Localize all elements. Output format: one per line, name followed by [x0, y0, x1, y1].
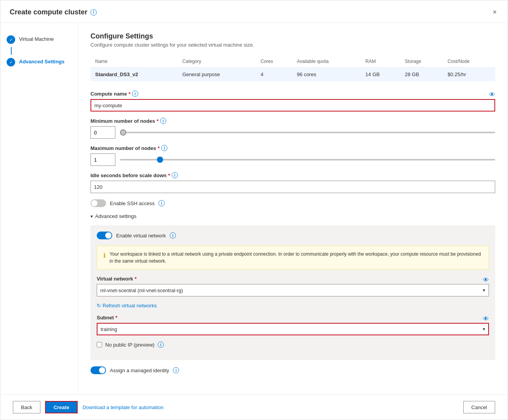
sidebar-item-advanced-settings[interactable]: ✓ Advanced Settings [7, 55, 71, 70]
vnet-toggle[interactable] [97, 232, 112, 239]
cell-storage: 28 GB [400, 68, 443, 82]
max-nodes-info-icon[interactable]: i [161, 145, 167, 151]
required-marker-vnet: * [135, 276, 137, 282]
no-public-ip-row: No public IP (preview) i [97, 342, 489, 348]
ssh-toggle-track[interactable] [90, 199, 106, 207]
modal-title-info-icon[interactable]: i [90, 9, 97, 16]
col-quota: Available quota [292, 56, 361, 68]
col-category: Category [177, 56, 256, 68]
cell-cores: 4 [256, 68, 292, 82]
ssh-toggle[interactable] [90, 199, 106, 207]
max-nodes-input[interactable] [90, 153, 115, 166]
min-nodes-slider-row [90, 126, 495, 139]
max-nodes-slider-row [90, 153, 495, 166]
ssh-toggle-label: Enable SSH access [110, 200, 155, 206]
section-title: Configure Settings [90, 32, 495, 40]
compute-name-eye-icon[interactable]: 👁 [489, 91, 495, 98]
required-marker-max: * [158, 145, 160, 151]
chevron-down-icon: ▾ [90, 214, 93, 219]
modal-footer: Back Create Download a template for auto… [0, 394, 508, 420]
managed-identity-info-icon[interactable]: i [173, 367, 179, 373]
sidebar-item-virtual-machine[interactable]: ✓ Virtual Machine [7, 32, 71, 47]
max-nodes-field-group: Maximum number of nodes * i [90, 145, 495, 166]
warning-icon: ℹ [103, 251, 106, 265]
modal-body: ✓ Virtual Machine ✓ Advanced Settings Co… [0, 23, 508, 394]
subnet-label-row: Subnet * 👁 [97, 315, 489, 323]
idle-seconds-input[interactable] [90, 181, 495, 193]
warning-box: ℹ Your workspace is linked to a virtual … [97, 246, 489, 270]
ssh-info-icon[interactable]: i [158, 200, 165, 206]
col-cost: Cost/Node [443, 56, 495, 68]
vnet-dropdown[interactable]: ml-vnet-scentral (ml-vnet-scentral-rg) [97, 284, 489, 296]
min-nodes-label: Minimum number of nodes * i [90, 118, 495, 124]
required-marker-idle: * [168, 173, 170, 178]
max-nodes-label: Maximum number of nodes * i [90, 145, 495, 151]
advanced-settings-toggle[interactable]: ▾ Advanced settings [90, 213, 495, 219]
required-marker-min: * [157, 118, 158, 124]
no-public-ip-checkbox[interactable] [97, 342, 102, 347]
vnet-info-icon[interactable]: i [170, 232, 176, 239]
min-nodes-field-group: Minimum number of nodes * i [90, 118, 495, 139]
required-marker-subnet: * [115, 315, 117, 321]
cell-quota: 96 cores [292, 68, 361, 82]
close-button[interactable]: × [491, 7, 498, 18]
compute-name-input[interactable] [90, 99, 495, 112]
subnet-dropdown[interactable]: training [97, 323, 489, 335]
modal-title-area: Create compute cluster i [10, 8, 97, 16]
subnet-label: Subnet * [97, 315, 117, 321]
step-connector [11, 47, 12, 55]
managed-identity-label: Assign a managed identity [110, 368, 169, 373]
required-marker: * [129, 91, 130, 97]
idle-info-icon[interactable]: i [172, 172, 178, 178]
subnet-eye-icon[interactable]: 👁 [483, 315, 489, 322]
vnet-label-row: Virtual network * 👁 [97, 276, 489, 284]
vnet-dropdown-wrapper: ml-vnet-scentral (ml-vnet-scentral-rg) ▾ [97, 284, 489, 296]
col-storage: Storage [400, 56, 443, 68]
cell-name: Standard_DS3_v2 [90, 68, 177, 82]
main-content: Configure Settings Configure compute clu… [78, 23, 508, 394]
compute-name-label-row: Compute name * i 👁 [90, 91, 495, 99]
automation-link[interactable]: Download a template for automation [82, 404, 164, 410]
sidebar-label-virtual-machine: Virtual Machine [19, 35, 54, 42]
managed-identity-toggle[interactable] [90, 366, 106, 374]
compute-name-label: Compute name * i [90, 91, 138, 97]
compute-name-field-group: Compute name * i 👁 [90, 91, 495, 112]
advanced-settings-label: Advanced settings [95, 213, 136, 219]
modal-header: Create compute cluster i × [0, 0, 508, 23]
min-nodes-info-icon[interactable]: i [160, 118, 166, 124]
section-subtitle: Configure compute cluster settings for y… [90, 42, 495, 48]
vnet-field-group: Virtual network * 👁 ml-vnet-scentral (ml… [97, 276, 489, 296]
col-cores: Cores [256, 56, 292, 68]
vnet-label: Virtual network * [97, 276, 137, 282]
checkmark-icon-2: ✓ [9, 60, 13, 65]
vnet-toggle-track[interactable] [97, 232, 112, 239]
create-button[interactable]: Create [45, 401, 78, 413]
no-public-ip-info-icon[interactable]: i [158, 342, 164, 348]
vm-table: Name Category Cores Available quota RAM … [90, 56, 495, 81]
modal-title: Create compute cluster [10, 8, 87, 16]
warning-text: Your workspace is linked to a virtual ne… [110, 251, 482, 265]
idle-seconds-field-group: Idle seconds before scale down * i [90, 172, 495, 193]
compute-name-info-icon[interactable]: i [132, 91, 138, 97]
ssh-toggle-row: Enable SSH access i [90, 199, 495, 207]
max-nodes-slider[interactable] [120, 159, 495, 160]
table-header-row: Name Category Cores Available quota RAM … [90, 56, 495, 68]
min-nodes-input[interactable] [90, 126, 115, 139]
vnet-toggle-row: Enable virtual network i [97, 232, 489, 239]
min-nodes-slider[interactable] [120, 132, 495, 133]
sidebar: ✓ Virtual Machine ✓ Advanced Settings [0, 23, 78, 394]
refresh-virtual-networks-link[interactable]: ↻ Refresh virtual networks [97, 303, 489, 308]
checkmark-icon: ✓ [9, 37, 13, 42]
cancel-button[interactable]: Cancel [463, 401, 495, 413]
idle-seconds-label: Idle seconds before scale down * i [90, 172, 495, 178]
vnet-toggle-thumb [105, 232, 111, 239]
vnet-eye-icon[interactable]: 👁 [483, 277, 489, 284]
back-button[interactable]: Back [13, 401, 40, 413]
table-row[interactable]: Standard_DS3_v2 General purpose 4 96 cor… [90, 68, 495, 82]
managed-identity-toggle-track[interactable] [90, 366, 106, 374]
ssh-toggle-thumb [91, 200, 97, 206]
sidebar-label-advanced-settings: Advanced Settings [19, 58, 64, 64]
cell-ram: 14 GB [361, 68, 400, 82]
step-circle-advanced-settings: ✓ [7, 58, 15, 66]
cell-category: General purpose [177, 68, 256, 82]
